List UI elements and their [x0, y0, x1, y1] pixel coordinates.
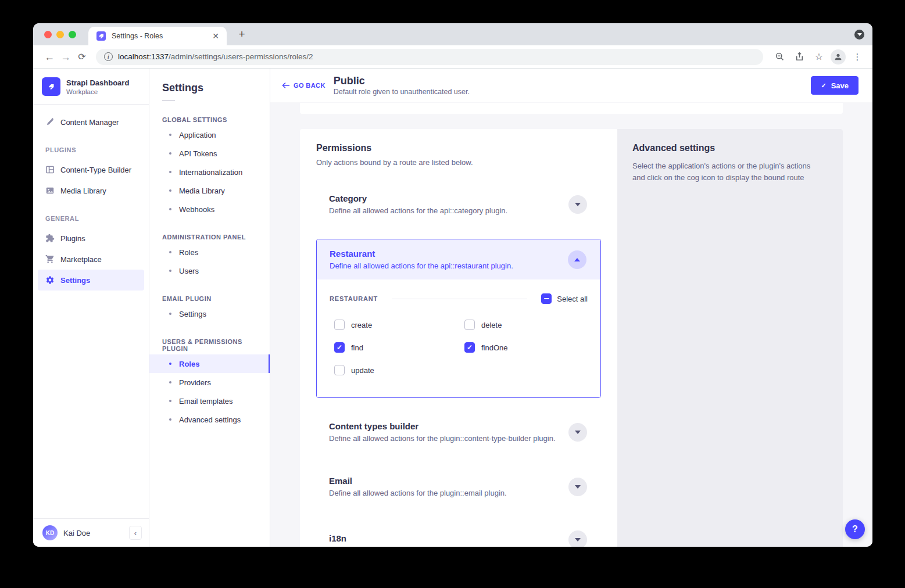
permission-section-i18n[interactable]: i18n: [316, 521, 601, 547]
settings-subnav: Settings GLOBAL SETTINGS Application API…: [149, 69, 270, 547]
restaurant-section-header[interactable]: Restaurant Define all allowed actions fo…: [317, 239, 600, 279]
go-back-link[interactable]: GO BACK: [282, 82, 325, 89]
checkbox-label: findOne: [481, 343, 508, 352]
bookmark-star-icon[interactable]: ☆: [811, 49, 827, 65]
subnav-title: Settings: [162, 82, 270, 94]
subnav-item-api-tokens[interactable]: API Tokens: [149, 144, 270, 163]
expand-i18n-button[interactable]: [568, 530, 587, 547]
permission-section-email[interactable]: Email Define all allowed actions for the…: [316, 467, 601, 507]
site-info-icon[interactable]: i: [104, 52, 113, 61]
expand-email-button[interactable]: [568, 478, 587, 496]
sidebar-item-settings[interactable]: Settings: [38, 270, 144, 291]
back-button[interactable]: ←: [41, 49, 58, 65]
tab-search-button[interactable]: [854, 30, 864, 40]
scroll-content[interactable]: Permissions Only actions bound by a rout…: [270, 102, 872, 547]
expand-content-types-builder-button[interactable]: [568, 423, 587, 442]
checkbox-icon[interactable]: [334, 342, 345, 353]
advanced-settings-description: Select the application's actions or the …: [632, 160, 824, 183]
subnav-item-label: Users: [179, 267, 199, 275]
minimize-window-button[interactable]: [56, 31, 64, 38]
chevron-down-icon: [575, 485, 581, 489]
bullet-icon: [169, 152, 171, 155]
chevron-down-icon: [575, 203, 581, 206]
section-name: i18n: [329, 533, 346, 543]
permission-section-content-types-builder[interactable]: Content types builder Define all allowed…: [316, 412, 601, 452]
permission-checkbox-findone[interactable]: findOne: [464, 342, 588, 353]
subnav-item-advanced-settings[interactable]: Advanced settings: [149, 410, 270, 429]
bullet-icon: [169, 418, 171, 421]
forward-button[interactable]: →: [58, 49, 74, 65]
subnav-item-up-roles[interactable]: Roles: [149, 354, 270, 373]
url-path: /admin/settings/users-permissions/roles/…: [169, 52, 313, 61]
subnav-item-media-library[interactable]: Media Library: [149, 181, 270, 200]
subnav-item-email-settings[interactable]: Settings: [149, 304, 270, 323]
go-back-label: GO BACK: [294, 82, 325, 89]
help-button[interactable]: ?: [845, 519, 865, 539]
select-all-label: Select all: [557, 295, 588, 303]
tab-close-icon[interactable]: ✕: [210, 31, 221, 41]
pencil-icon: [45, 117, 55, 127]
expand-category-button[interactable]: [568, 195, 587, 214]
subnav-section-users-permissions-plugin: USERS & PERMISSIONS PLUGIN: [162, 338, 270, 352]
sidebar-item-label: Content-Type Builder: [60, 166, 131, 174]
workspace-switcher[interactable]: Strapi Dashboard Workplace: [33, 69, 149, 104]
permissions-card: Permissions Only actions bound by a rout…: [300, 129, 843, 547]
address-bar[interactable]: i localhost:1337/admin/settings/users-pe…: [96, 49, 763, 65]
checkbox-icon[interactable]: [334, 320, 345, 330]
sidebar-item-content-type-builder[interactable]: Content-Type Builder: [38, 159, 144, 180]
advanced-settings-title: Advanced settings: [632, 143, 828, 153]
checkbox-icon[interactable]: [464, 320, 475, 330]
checkbox-icon[interactable]: [464, 342, 475, 353]
bullet-icon: [169, 189, 171, 192]
subnav-item-email-templates[interactable]: Email templates: [149, 392, 270, 410]
main-panel: GO BACK Public Default role given to una…: [270, 69, 872, 547]
sidebar-item-label: Plugins: [60, 234, 85, 243]
collapse-sidebar-button[interactable]: ‹: [129, 526, 142, 540]
new-tab-button[interactable]: +: [235, 28, 249, 42]
permission-checkbox-find[interactable]: find: [334, 342, 464, 353]
section-description: Define all allowed actions for the plugi…: [329, 489, 507, 497]
select-all-control[interactable]: Select all: [541, 293, 588, 304]
select-all-checkbox[interactable]: [541, 293, 552, 304]
browser-toolbar: ← → ⟳ i localhost:1337/admin/settings/us…: [33, 45, 872, 69]
subnav-item-label: Providers: [179, 378, 211, 387]
sidebar-item-marketplace[interactable]: Marketplace: [38, 249, 144, 270]
section-description: Define all allowed actions for the api::…: [329, 206, 507, 215]
subnav-item-label: API Tokens: [179, 149, 217, 158]
permission-actions-grid: create delete find: [334, 320, 588, 375]
checkbox-label: find: [351, 343, 363, 352]
checkbox-icon[interactable]: [334, 365, 345, 375]
layout-icon: [45, 165, 55, 174]
zoom-out-icon[interactable]: [771, 49, 788, 65]
subnav-item-internationalization[interactable]: Internationalization: [149, 163, 270, 181]
permission-section-category[interactable]: Category Define all allowed actions for …: [316, 184, 601, 224]
save-button[interactable]: ✓ Save: [811, 76, 859, 95]
share-icon[interactable]: [791, 49, 807, 65]
sidebar-item-content-manager[interactable]: Content Manager: [38, 112, 144, 132]
page-title: Public: [334, 75, 470, 87]
collapse-restaurant-button[interactable]: [568, 250, 586, 269]
permission-checkbox-update[interactable]: update: [334, 365, 464, 375]
subnav-item-providers[interactable]: Providers: [149, 373, 270, 392]
checkbox-label: update: [351, 366, 374, 375]
cart-icon: [45, 254, 55, 264]
checkbox-label: delete: [481, 321, 502, 329]
browser-profile-avatar[interactable]: [831, 49, 846, 64]
zoom-window-button[interactable]: [69, 31, 76, 38]
sidebar-item-plugins[interactable]: Plugins: [38, 228, 144, 249]
reload-button[interactable]: ⟳: [74, 49, 90, 65]
permission-checkbox-create[interactable]: create: [334, 320, 464, 330]
subnav-item-admin-users[interactable]: Users: [149, 261, 270, 280]
subnav-item-admin-roles[interactable]: Roles: [149, 243, 270, 261]
sidebar-item-media-library[interactable]: Media Library: [38, 180, 144, 201]
close-window-button[interactable]: [44, 31, 52, 38]
image-icon: [45, 186, 55, 195]
user-profile[interactable]: KD Kai Doe ‹: [33, 518, 149, 547]
browser-menu-icon[interactable]: ⋮: [849, 49, 865, 65]
browser-tab[interactable]: Settings - Roles ✕: [88, 27, 227, 45]
subnav-section-global-settings: GLOBAL SETTINGS: [162, 116, 270, 123]
subnav-item-application[interactable]: Application: [149, 126, 270, 144]
permission-checkbox-delete[interactable]: delete: [464, 320, 588, 330]
window-controls: [44, 31, 76, 38]
subnav-item-webhooks[interactable]: Webhooks: [149, 200, 270, 218]
